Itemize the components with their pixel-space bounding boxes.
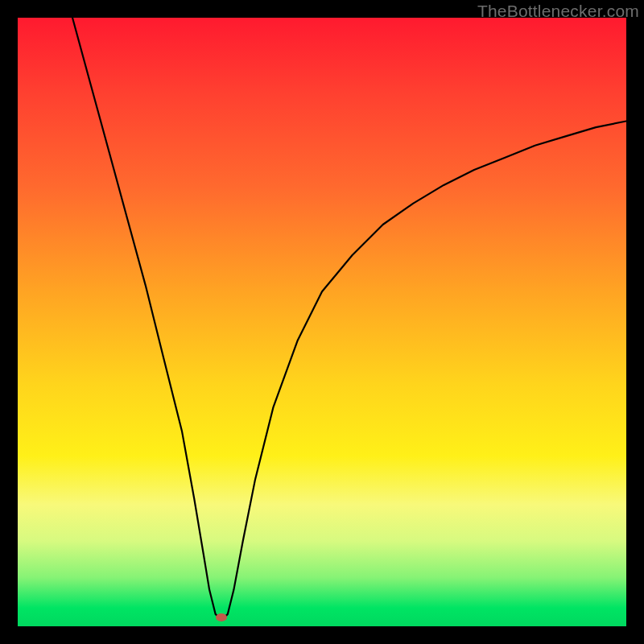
optimum-marker [216, 613, 227, 621]
plot-area [18, 18, 626, 626]
chart-frame: TheBottlenecker.com [0, 0, 644, 644]
bottleneck-curve [72, 18, 626, 620]
curve-svg [18, 18, 626, 626]
